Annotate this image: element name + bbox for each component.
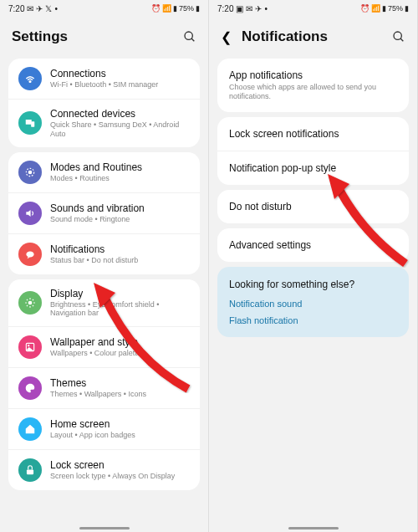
search-icon[interactable] [183,30,196,43]
svg-point-21 [394,32,401,39]
svg-point-8 [28,301,33,305]
notif-item[interactable]: App notificationsChoose which apps are a… [217,59,409,112]
item-subtitle: Themes • Wallpapers • Icons [50,390,190,399]
notif-item[interactable]: Lock screen notifications [217,117,409,151]
item-title: Do not disturb [229,201,397,212]
notif-group: Advanced settings [217,228,409,262]
suggestion-link-flash[interactable]: Flash notification [229,315,397,325]
status-img-icon: ▣ [236,4,243,13]
svg-point-5 [28,170,33,174]
notif-item[interactable]: Do not disturb [217,190,409,223]
notif-item[interactable]: Notification pop-up style [217,151,409,185]
notifications-screen: 7:20 ▣ ✉ ✈ • ⏰ 📶 ▮ 75% ▮ ❮ Notifications… [209,0,418,532]
suggestion-title: Looking for something else? [229,279,397,290]
status-battery-text: 75% [179,4,194,13]
status-wifi-icon: 📶 [371,4,380,13]
status-msg-icon: ✉ [27,4,33,13]
item-title: Home screen [50,418,190,430]
notif-group: App notificationsChoose which apps are a… [217,59,409,112]
svg-rect-3 [26,120,32,125]
status-telegram-icon: ✈ [255,4,262,13]
svg-point-7 [26,251,33,257]
item-subtitle: Brightness • Eye comfort shield • Naviga… [50,300,190,319]
settings-item-display[interactable]: DisplayBrightness • Eye comfort shield •… [8,279,200,327]
svg-line-13 [27,299,28,300]
status-x-icon: 𝕏 [45,4,52,13]
display-icon [18,291,42,315]
item-title: App notifications [229,69,397,81]
item-title: Modes and Routines [50,161,190,173]
svg-point-18 [28,345,29,346]
status-alarm-icon: ⏰ [151,4,161,13]
wifi-icon [18,67,42,90]
svg-point-2 [29,81,31,83]
item-subtitle: Quick Share • Samsung DeX • Android Auto [50,120,190,139]
lock-icon [18,458,42,482]
item-subtitle: Status bar • Do not disturb [50,256,190,265]
item-title: Notification pop-up style [229,162,397,174]
item-title: Display [50,288,190,299]
status-bar: 7:20 ✉ ✈ 𝕏 • ⏰ 📶 ▮ 75% ▮ [0,0,208,17]
status-more-icon: • [54,4,58,13]
svg-rect-19 [27,470,33,475]
item-title: Sounds and vibration [50,202,190,214]
settings-header: Settings [0,17,208,54]
svg-line-22 [400,38,403,41]
svg-line-16 [33,299,33,300]
settings-item-modes[interactable]: Modes and RoutinesModes • Routines [8,152,200,192]
item-title: Themes [50,377,190,389]
notif-item[interactable]: Advanced settings [217,228,409,262]
status-alarm-icon: ⏰ [360,4,370,13]
home-icon [18,417,42,441]
svg-rect-4 [31,122,34,127]
notif-group: Do not disturb [217,190,409,223]
notifications-header: ❮ Notifications [209,17,417,54]
notif-icon [18,243,42,266]
status-msg-icon: ✉ [246,4,252,13]
svg-point-0 [185,32,192,39]
status-wifi-icon: 📶 [162,4,171,13]
home-indicator[interactable] [288,527,339,529]
wallpaper-icon [18,335,42,359]
settings-item-sound[interactable]: Sounds and vibrationSound mode • Rington… [8,192,200,233]
settings-item-wallpaper[interactable]: Wallpaper and styleWallpapers • Colour p… [8,326,200,367]
item-subtitle: Modes • Routines [50,174,190,183]
status-time: 7:20 [8,4,24,13]
item-subtitle: Screen lock type • Always On Display [50,472,190,481]
svg-line-1 [191,38,194,41]
item-subtitle: Layout • App icon badges [50,431,190,440]
item-subtitle: Sound mode • Ringtone [50,215,190,224]
item-title: Connections [50,68,190,79]
sound-icon [18,202,42,225]
settings-item-devices[interactable]: Connected devicesQuick Share • Samsung D… [8,99,200,147]
settings-group: ConnectionsWi-Fi • Bluetooth • SIM manag… [8,59,200,147]
back-button[interactable]: ❮ [221,29,232,45]
status-signal-icon: ▮ [382,4,386,13]
status-more-icon: • [264,4,268,13]
status-bar: 7:20 ▣ ✉ ✈ • ⏰ 📶 ▮ 75% ▮ [209,0,417,17]
status-battery-icon: ▮ [196,4,200,13]
devices-icon [18,111,42,135]
status-battery-text: 75% [388,4,403,13]
item-title: Wallpaper and style [50,336,190,348]
item-title: Lock screen [50,459,190,471]
status-telegram-icon: ✈ [36,4,43,13]
settings-item-lock[interactable]: Lock screenScreen lock type • Always On … [8,449,200,490]
item-title: Lock screen notifications [229,128,397,140]
item-title: Notifications [50,243,190,255]
home-indicator[interactable] [79,527,130,529]
settings-item-notif[interactable]: NotificationsStatus bar • Do not disturb [8,233,200,274]
item-subtitle: Wi-Fi • Bluetooth • SIM manager [50,80,190,90]
settings-item-wifi[interactable]: ConnectionsWi-Fi • Bluetooth • SIM manag… [8,59,200,99]
status-signal-icon: ▮ [173,4,177,13]
settings-item-home[interactable]: Home screenLayout • App icon badges [8,408,200,449]
modes-icon [18,161,42,184]
search-icon[interactable] [392,30,405,43]
item-subtitle: Wallpapers • Colour palette [50,349,190,358]
suggestion-link-sound[interactable]: Notification sound [229,299,397,309]
page-title: Settings [12,28,183,45]
page-title: Notifications [242,28,392,45]
suggestion-card: Looking for something else? Notification… [217,267,409,337]
status-battery-icon: ▮ [405,4,409,13]
settings-item-themes[interactable]: ThemesThemes • Wallpapers • Icons [8,367,200,408]
